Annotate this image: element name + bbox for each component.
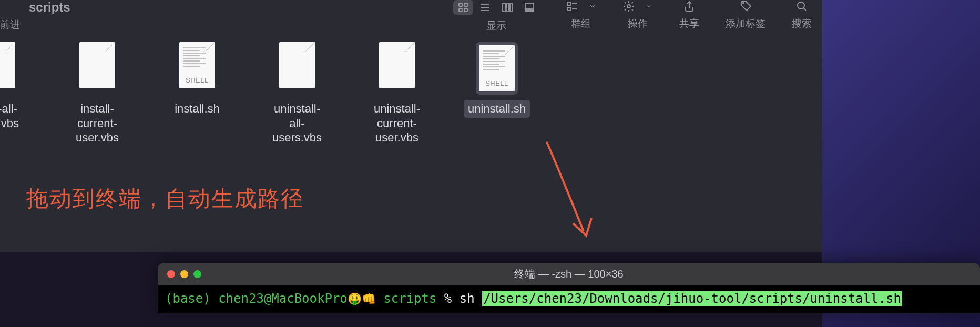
terminal-command: sh <box>460 291 475 306</box>
tags-button-group: 添加标签 <box>726 0 765 30</box>
svg-rect-3 <box>464 8 467 12</box>
tag-icon <box>739 0 752 13</box>
finder-toolbar: scripts 前进 <box>0 0 822 32</box>
svg-point-19 <box>743 3 744 4</box>
group-button-group: 群组 <box>566 0 596 30</box>
action-button-group: 操作 <box>622 0 653 30</box>
view-columns-button[interactable] <box>497 0 517 15</box>
tags-button[interactable] <box>739 0 752 13</box>
search-button[interactable] <box>795 0 808 13</box>
view-icons-button[interactable] <box>453 0 473 15</box>
terminal-window: 终端 — -zsh — 100×36 (base) chen23@MacBook… <box>158 263 980 313</box>
shell-file-icon: SHELL <box>479 45 515 91</box>
svg-rect-14 <box>567 2 570 5</box>
shell-badge: SHELL <box>485 79 508 87</box>
finder-window: scripts 前进 <box>0 0 822 252</box>
terminal-body[interactable]: (base) chen23@MacBookPro🤑👊 scripts % sh … <box>158 285 980 313</box>
prompt-user: chen23@MacBookPro <box>218 291 348 306</box>
file-item[interactable]: stall-all- sers.vbs <box>0 42 26 132</box>
group-button[interactable] <box>566 0 596 13</box>
search-label: 搜索 <box>792 17 812 30</box>
svg-rect-1 <box>464 3 467 6</box>
view-mode-group: 显示 <box>453 0 539 33</box>
terminal-path: /Users/chen23/Downloads/jihuo-tool/scrip… <box>482 291 902 306</box>
file-icon-wrap: SHELL <box>476 42 518 95</box>
chevron-down-icon <box>646 0 653 13</box>
folder-title: scripts <box>29 0 70 15</box>
gallery-icon <box>523 1 536 14</box>
columns-icon <box>501 1 514 14</box>
close-button[interactable] <box>167 270 175 278</box>
files-area[interactable]: stall-all- sers.vbsinstall-current- user… <box>0 32 822 147</box>
prompt-emoji: 🤑👊 <box>348 292 376 305</box>
shell-badge: SHELL <box>186 76 209 84</box>
file-icon <box>279 42 315 88</box>
file-icon-wrap <box>0 42 15 95</box>
list-icon <box>479 1 492 14</box>
prompt-folder: scripts <box>383 291 436 306</box>
prompt-symbol: % <box>444 291 452 306</box>
search-icon <box>795 0 808 13</box>
terminal-titlebar[interactable]: 终端 — -zsh — 100×36 <box>158 263 980 285</box>
group-label: 群组 <box>571 17 591 30</box>
file-item[interactable]: uninstall-current- user.vbs <box>368 42 426 147</box>
svg-rect-10 <box>525 3 534 8</box>
svg-rect-11 <box>525 10 527 12</box>
action-button[interactable] <box>622 0 653 13</box>
file-name: uninstall-all- users.vbs <box>268 100 326 147</box>
file-icon <box>79 42 115 88</box>
view-list-button[interactable] <box>475 0 495 15</box>
shell-file-icon: SHELL <box>179 42 215 88</box>
file-name: install.sh <box>170 100 224 118</box>
maximize-button[interactable] <box>193 270 201 278</box>
file-name: install-current- user.vbs <box>68 100 126 147</box>
svg-rect-0 <box>459 3 462 6</box>
terminal-title: 终端 — -zsh — 100×36 <box>514 267 623 281</box>
window-controls <box>158 270 201 278</box>
annotation-text: 拖动到终端，自动生成路径 <box>26 184 304 213</box>
share-button[interactable] <box>683 0 696 13</box>
svg-rect-7 <box>503 4 505 11</box>
chevron-down-icon <box>589 0 596 13</box>
svg-rect-15 <box>567 7 570 11</box>
svg-point-20 <box>798 2 804 9</box>
share-icon <box>683 0 696 13</box>
file-icon-wrap <box>379 42 415 95</box>
gear-icon <box>622 0 635 13</box>
file-icon-wrap <box>79 42 115 95</box>
view-label: 显示 <box>486 19 506 33</box>
svg-rect-2 <box>459 8 462 12</box>
file-icon-wrap: SHELL <box>179 42 215 95</box>
file-name: uninstall-current- user.vbs <box>368 100 426 147</box>
svg-point-18 <box>627 5 630 8</box>
view-gallery-button[interactable] <box>519 0 539 15</box>
file-item[interactable]: SHELLinstall.sh <box>168 42 226 118</box>
file-icon <box>0 42 15 88</box>
svg-rect-8 <box>506 4 509 11</box>
file-name: uninstall.sh <box>464 100 530 118</box>
svg-rect-13 <box>532 10 534 12</box>
file-icon-wrap <box>279 42 315 95</box>
file-name: stall-all- sers.vbs <box>0 100 23 132</box>
svg-line-21 <box>803 8 806 11</box>
nav-forward-label[interactable]: 前进 <box>0 18 20 32</box>
file-item[interactable]: install-current- user.vbs <box>68 42 126 147</box>
prompt-env: (base) <box>165 291 211 306</box>
svg-rect-9 <box>510 4 513 11</box>
action-label: 操作 <box>628 17 648 30</box>
group-icon <box>566 0 578 13</box>
share-button-group: 共享 <box>679 0 699 30</box>
svg-rect-12 <box>528 10 530 12</box>
minimize-button[interactable] <box>180 270 188 278</box>
tags-label: 添加标签 <box>726 17 765 30</box>
file-item[interactable]: SHELLuninstall.sh <box>468 42 526 118</box>
file-item[interactable]: uninstall-all- users.vbs <box>268 42 326 147</box>
file-icon <box>379 42 415 88</box>
grid-icon <box>457 1 469 14</box>
search-button-group: 搜索 <box>792 0 812 30</box>
share-label: 共享 <box>679 17 699 30</box>
